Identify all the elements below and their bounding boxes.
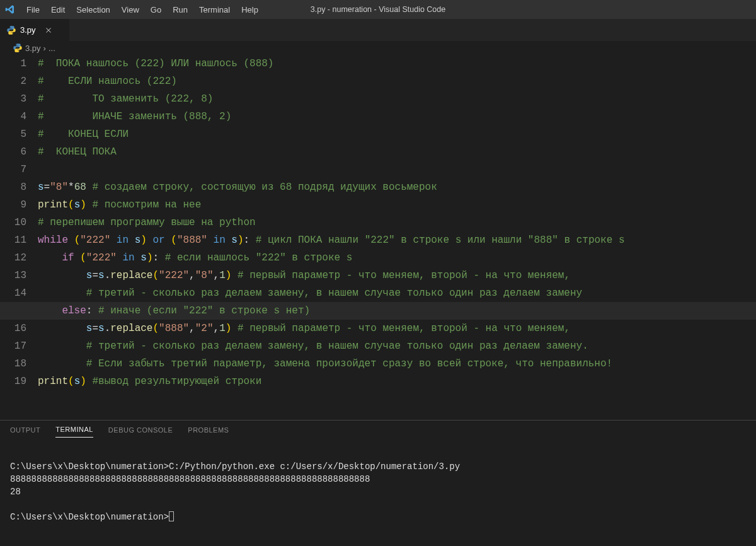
line-number: 17 [0, 337, 26, 355]
line-number: 3 [0, 90, 26, 108]
editor-wrap: 12345678910111213141516171819 # ПОКА наш… [0, 55, 756, 546]
code-area[interactable]: # ПОКА нашлось (222) ИЛИ нашлось (888)# … [38, 55, 756, 420]
terminal-line: 28 [10, 487, 21, 497]
panel-tabs: OUTPUTTERMINALDEBUG CONSOLEPROBLEMS [0, 421, 756, 440]
menu-selection[interactable]: Selection [71, 3, 115, 17]
close-icon[interactable] [43, 25, 54, 35]
code-line[interactable]: s=s.replace("222","8",1) # первый параме… [38, 267, 756, 284]
menubar: FileEditSelectionViewGoRunTerminalHelp [21, 3, 263, 17]
menu-view[interactable]: View [117, 3, 144, 17]
line-number: 16 [0, 320, 26, 337]
line-number: 5 [0, 125, 26, 143]
code-line[interactable]: # КОНЕЦ ЕСЛИ [38, 125, 756, 143]
code-line[interactable]: print(s) # посмотрим на нее [38, 196, 756, 214]
breadcrumb-sep: › [43, 44, 46, 53]
code-line[interactable]: print(s) #вывод результирующей строки [38, 373, 756, 390]
code-line[interactable]: # третий - сколько раз делаем замену, в … [38, 337, 756, 355]
line-number: 2 [0, 73, 26, 90]
line-number-gutter: 12345678910111213141516171819 [0, 55, 38, 420]
code-line[interactable]: # КОНЕЦ ПОКА [38, 143, 756, 161]
editor-tab[interactable]: 3.py [0, 19, 69, 41]
menu-file[interactable]: File [21, 3, 45, 17]
line-number: 9 [0, 196, 26, 214]
panel-tab-output[interactable]: OUTPUT [10, 426, 40, 438]
code-line[interactable]: # перепишем программу выше на python [38, 214, 756, 231]
code-line[interactable]: else: # иначе (если "222" в строке s нет… [38, 302, 756, 320]
menu-go[interactable]: Go [146, 3, 166, 17]
editor-tabs: 3.py [0, 19, 756, 41]
terminal-line: 8888888888888888888888888888888888888888… [10, 474, 370, 484]
menu-run[interactable]: Run [168, 3, 193, 17]
code-line[interactable]: s="8"*68 # создаем строку, состоящую из … [38, 178, 756, 196]
line-number: 14 [0, 284, 26, 302]
terminal-output[interactable]: C:\Users\x\Desktop\numeration>C:/Python/… [0, 440, 756, 546]
breadcrumb[interactable]: 3.py › ... [0, 41, 756, 55]
line-number: 1 [0, 55, 26, 73]
line-number: 10 [0, 214, 26, 231]
code-line[interactable]: # ИНАЧЕ заменить (888, 2) [38, 108, 756, 125]
line-number: 4 [0, 108, 26, 125]
line-number: 8 [0, 178, 26, 196]
line-number: 19 [0, 373, 26, 390]
code-line[interactable] [38, 161, 756, 178]
code-line[interactable]: if ("222" in s): # если нашлось "222" в … [38, 249, 756, 267]
menu-help[interactable]: Help [236, 3, 263, 17]
code-line[interactable]: # ТО заменить (222, 8) [38, 90, 756, 108]
code-line[interactable]: # ЕСЛИ нашлось (222) [38, 73, 756, 90]
code-line[interactable]: # третий - сколько раз делаем замену, в … [38, 284, 756, 302]
breadcrumb-file: 3.py [25, 44, 41, 53]
window-title: 3.py - numeration - Visual Studio Code [311, 5, 445, 14]
tab-label: 3.py [20, 25, 36, 35]
panel-tab-debug-console[interactable]: DEBUG CONSOLE [108, 426, 173, 438]
panel-tab-terminal[interactable]: TERMINAL [55, 426, 93, 438]
line-number: 18 [0, 355, 26, 373]
titlebar: FileEditSelectionViewGoRunTerminalHelp 3… [0, 0, 756, 19]
line-number: 7 [0, 161, 26, 178]
terminal-line: C:\Users\x\Desktop\numeration>C:/Python/… [10, 462, 460, 472]
breadcrumb-more: ... [49, 44, 55, 53]
line-number: 11 [0, 231, 26, 249]
code-line[interactable]: # ПОКА нашлось (222) ИЛИ нашлось (888) [38, 55, 756, 73]
line-number: 12 [0, 249, 26, 267]
menu-terminal[interactable]: Terminal [194, 3, 235, 17]
terminal-cursor-icon [169, 511, 174, 521]
code-line[interactable]: while ("222" in s) or ("888" in s): # ци… [38, 231, 756, 249]
vscode-logo-icon [5, 4, 15, 15]
menu-edit[interactable]: Edit [46, 3, 70, 17]
terminal-prompt: C:\Users\x\Desktop\numeration> [10, 512, 169, 522]
code-editor[interactable]: 12345678910111213141516171819 # ПОКА наш… [0, 55, 756, 420]
line-number: 6 [0, 143, 26, 161]
code-line[interactable]: # Если забыть третий параметр, замена пр… [38, 355, 756, 373]
python-file-icon [13, 43, 23, 53]
code-line[interactable]: s=s.replace("888","2",1) # первый параме… [38, 320, 756, 337]
line-number: 13 [0, 267, 26, 284]
bottom-panel: OUTPUTTERMINALDEBUG CONSOLEPROBLEMS C:\U… [0, 420, 756, 546]
python-file-icon [6, 25, 16, 35]
panel-tab-problems[interactable]: PROBLEMS [188, 426, 229, 438]
